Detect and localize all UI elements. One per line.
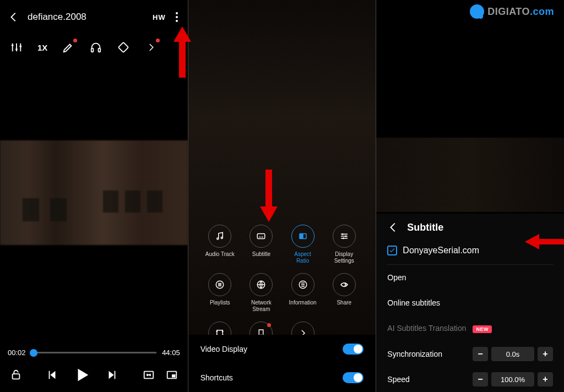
pip-icon[interactable] <box>166 369 178 381</box>
speed-plus-button[interactable]: + <box>538 372 553 386</box>
option-display-settings[interactable]: Display Settings <box>325 225 364 264</box>
speed-minus-button[interactable]: − <box>473 372 488 386</box>
svg-point-18 <box>345 236 346 237</box>
more-menu-icon[interactable] <box>173 10 180 24</box>
options-panel: Audio Track Subtitle Aspect Ratio Displa… <box>188 0 377 392</box>
seek-bar: 00:02 44:05 <box>8 349 180 357</box>
speed-stepper: Speed − 100.0% + <box>387 367 553 392</box>
back-icon[interactable] <box>387 221 399 233</box>
speed-button[interactable]: 1X <box>37 43 47 52</box>
video-title: defiance.2008 <box>28 12 145 23</box>
option-aspect-ratio[interactable]: Aspect Ratio <box>284 225 322 264</box>
sync-plus-button[interactable]: + <box>538 347 553 361</box>
player-toolbar: 1X <box>0 34 188 61</box>
video-display-toggle[interactable]: Video Display <box>200 335 364 363</box>
option-playlists[interactable]: Playlists <box>200 273 239 313</box>
annotation-arrow-down <box>260 206 278 222</box>
svg-rect-8 <box>115 371 116 379</box>
watermark-logo: DIGIATO.com <box>470 4 554 19</box>
speed-value: 100.0% <box>491 372 534 386</box>
subtitle-file-name: DonyayeSerial.com <box>403 246 479 255</box>
seek-track[interactable] <box>31 352 157 353</box>
svg-rect-4 <box>99 48 101 52</box>
svg-point-0 <box>12 45 14 47</box>
sync-minus-button[interactable]: − <box>473 347 488 361</box>
svg-point-2 <box>20 45 22 47</box>
equalizer-icon[interactable] <box>10 41 23 54</box>
edit-icon[interactable] <box>62 41 75 54</box>
rotate-icon[interactable] <box>117 41 130 54</box>
svg-point-17 <box>341 233 343 235</box>
checkbox-checked-icon[interactable] <box>387 246 397 255</box>
video-frame <box>0 140 188 245</box>
svg-rect-6 <box>13 374 20 379</box>
open-button[interactable]: Open <box>387 265 553 290</box>
svg-rect-3 <box>91 48 94 52</box>
next-icon[interactable] <box>106 369 118 381</box>
hw-badge[interactable]: HW <box>153 13 166 21</box>
svg-point-1 <box>15 48 18 51</box>
online-subtitles-button[interactable]: Online subtitles <box>387 290 553 315</box>
toggle-on-icon[interactable] <box>343 344 364 355</box>
option-information[interactable]: Information <box>284 273 322 313</box>
new-badge: NEW <box>473 325 492 333</box>
svg-rect-14 <box>258 234 265 239</box>
ai-subtitles-button[interactable]: AI Subtitles Translation NEW <box>387 315 553 341</box>
annotation-arrow-left <box>525 234 539 249</box>
toggle-on-icon[interactable] <box>343 372 364 383</box>
svg-point-19 <box>343 237 344 239</box>
svg-point-13 <box>221 237 223 239</box>
svg-rect-7 <box>49 371 50 379</box>
annotation-arrow-up <box>173 26 191 42</box>
headphones-icon[interactable] <box>89 41 102 54</box>
subtitle-panel-title: Subtitle <box>407 222 443 233</box>
prev-icon[interactable] <box>46 369 58 381</box>
play-icon[interactable] <box>74 367 90 383</box>
sync-value: 0.0s <box>491 347 534 361</box>
option-share[interactable]: Share <box>325 273 364 313</box>
lock-icon[interactable] <box>10 369 22 381</box>
option-network-stream[interactable]: Network Stream <box>242 273 280 313</box>
player-panel: defiance.2008 HW 1X <box>0 0 188 392</box>
player-controls-bar: 00:02 44:05 <box>0 343 188 392</box>
time-total: 44:05 <box>162 349 180 357</box>
back-icon[interactable] <box>8 11 20 23</box>
shortcuts-toggle[interactable]: Shortcuts <box>200 363 364 392</box>
sync-stepper: Synchronization − 0.0s + <box>387 341 553 367</box>
chevron-right-icon[interactable] <box>144 41 158 54</box>
subtitle-panel: DIGIATO.com Subtitle DonyayeSerial.com O… <box>376 0 564 392</box>
option-subtitle[interactable]: Subtitle <box>242 225 280 264</box>
option-audio-track[interactable]: Audio Track <box>200 225 239 264</box>
svg-rect-16 <box>300 234 303 239</box>
svg-point-12 <box>217 238 219 239</box>
svg-rect-11 <box>172 374 175 378</box>
time-current: 00:02 <box>8 349 26 357</box>
player-header: defiance.2008 HW <box>0 0 188 34</box>
fit-icon[interactable] <box>143 369 155 381</box>
svg-rect-5 <box>118 42 128 52</box>
